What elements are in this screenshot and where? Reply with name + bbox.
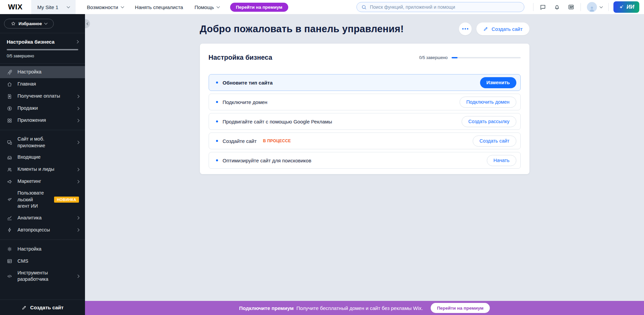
nav-hire-professional[interactable]: Нанять специалиста xyxy=(135,4,183,10)
chevron-right-icon xyxy=(76,119,80,122)
chevron-down-icon xyxy=(44,21,47,25)
people-icon xyxy=(7,167,12,172)
chevron-right-icon xyxy=(76,168,80,171)
more-actions-button[interactable] xyxy=(459,22,472,35)
bullet-icon xyxy=(216,101,218,103)
nav-features-label: Возможности xyxy=(87,4,118,10)
create-site-button[interactable]: Создать сайт xyxy=(476,22,529,35)
bullet-icon xyxy=(216,120,218,122)
sidebar-item-settings[interactable]: Настройка xyxy=(0,243,85,255)
task-create-site-button[interactable]: Создать сайт xyxy=(473,136,516,147)
sidebar-item-cms[interactable]: CMS xyxy=(0,255,85,267)
card-title: Настройка бизнеса xyxy=(209,54,272,61)
nav-features[interactable]: Возможности xyxy=(87,4,124,10)
apps-grid-icon xyxy=(7,118,12,123)
business-setup-card: Настройка бизнеса 0/5 завершено Обновите… xyxy=(200,44,529,174)
chevron-right-icon xyxy=(76,228,80,232)
more-actions-icon xyxy=(462,28,464,30)
divider xyxy=(533,3,533,11)
task-create-campaign-button[interactable]: Создать рассылку xyxy=(462,116,516,127)
site-switcher[interactable]: My Site 1 xyxy=(31,0,76,14)
site-switcher-label: My Site 1 xyxy=(37,4,58,10)
sidebar-item-contacts-leads[interactable]: Клиенты и лиды xyxy=(0,163,85,175)
search-box[interactable] xyxy=(356,2,524,12)
ai-assistant-button[interactable]: ИИ xyxy=(613,1,639,13)
dollar-circle-icon xyxy=(7,106,12,111)
chevron-right-icon xyxy=(76,141,80,144)
chevron-right-icon xyxy=(76,274,80,278)
nav-help-label: Помощь xyxy=(195,4,214,10)
wix-logo[interactable]: WIX xyxy=(8,3,23,11)
line-chart-icon xyxy=(7,215,12,221)
sidebar-create-site-button[interactable]: Создать сайт xyxy=(0,300,85,315)
sidebar-item-inbox[interactable]: Входящие xyxy=(0,151,85,163)
chat-button[interactable] xyxy=(538,2,548,12)
code-icon xyxy=(7,273,12,279)
chevron-right-icon xyxy=(76,216,80,220)
megaphone-icon xyxy=(7,179,12,185)
task-row-connect-domain[interactable]: Подключите домен Подключить домен xyxy=(209,94,521,110)
page-title: Добро пожаловать в панель управления! xyxy=(200,23,404,35)
task-edit-button[interactable]: Изменить xyxy=(480,77,516,88)
progress-fill xyxy=(452,57,458,58)
sidebar-item-payments[interactable]: Получение оплаты xyxy=(0,90,85,102)
chat-icon xyxy=(540,4,546,10)
avatar xyxy=(587,2,597,12)
setup-progress-panel[interactable]: Настройка бизнеса 0/5 завершено xyxy=(0,33,85,63)
task-row-create-site[interactable]: Создайте сайт В ПРОЦЕССЕ Создать сайт xyxy=(209,133,521,149)
progress-bar xyxy=(452,57,521,58)
chevron-right-icon xyxy=(76,95,80,98)
banner-premium-button[interactable]: Перейти на премиум xyxy=(431,303,490,313)
sidebar-item-sales[interactable]: Продажи xyxy=(0,102,85,114)
progress-label: 0/5 завершено xyxy=(7,54,78,58)
sparkle-icon xyxy=(7,197,12,203)
chevron-right-icon xyxy=(76,40,79,44)
chevron-down-icon xyxy=(67,5,70,8)
ai-button-label: ИИ xyxy=(627,4,634,10)
bullet-icon xyxy=(216,82,218,84)
site-mobile-icon xyxy=(7,140,12,145)
bullet-icon xyxy=(216,159,218,161)
divider xyxy=(0,130,85,130)
task-row-seo[interactable]: Оптимизируйте сайт для поисковиков Начат… xyxy=(209,152,521,169)
chevron-right-icon xyxy=(76,180,80,183)
person-icon xyxy=(588,5,596,12)
lightning-icon xyxy=(7,227,12,233)
task-row-promote-site[interactable]: Продвигайте сайт с помощью Google Реклам… xyxy=(209,113,521,130)
task-start-button[interactable]: Начать xyxy=(487,155,516,166)
premium-banner: Подключите премиум Получите бесплатный д… xyxy=(85,301,644,315)
chevron-down-icon xyxy=(121,5,124,8)
updates-feed-button[interactable] xyxy=(566,2,576,12)
task-row-update-site-type[interactable]: Обновите тип сайта Изменить xyxy=(209,74,521,91)
sidebar-item-automations[interactable]: Автопроцессы xyxy=(0,224,85,236)
setup-title: Настройка бизнеса xyxy=(7,39,54,45)
task-connect-domain-button[interactable]: Подключить домен xyxy=(460,97,516,108)
nav-help[interactable]: Помощь xyxy=(195,4,219,10)
upgrade-premium-button[interactable]: Перейти на премиум xyxy=(230,3,288,12)
account-menu[interactable] xyxy=(587,2,602,12)
sidebar-menu: Настройка Главная Получение оплаты Прода… xyxy=(0,64,85,300)
news-feed-icon xyxy=(568,4,574,10)
sidebar-item-marketing[interactable]: Маркетинг xyxy=(0,175,85,188)
sidebar-item-site-mobile-app[interactable]: Сайт и моб. приложение xyxy=(0,134,85,151)
search-icon xyxy=(361,4,367,10)
topbar: WIX My Site 1 Возможности Нанять специал… xyxy=(0,0,644,14)
sidebar-item-home[interactable]: Главная xyxy=(0,78,85,90)
notifications-button[interactable] xyxy=(552,2,562,12)
card-progress: 0/5 завершено xyxy=(419,55,521,60)
inbox-icon xyxy=(7,155,12,160)
search-input[interactable] xyxy=(370,4,520,10)
sidebar-item-ai-agent[interactable]: Пользовательский агент ИИ НОВИНКА xyxy=(0,188,85,212)
favorites-button[interactable]: Избранное xyxy=(4,19,54,29)
chevron-left-icon xyxy=(86,22,89,25)
gear-icon xyxy=(7,246,12,252)
sidebar-item-dev-tools[interactable]: Инструменты разработчика xyxy=(0,267,85,285)
chevron-down-icon xyxy=(600,5,603,8)
divider xyxy=(0,240,85,240)
new-badge: НОВИНКА xyxy=(54,197,79,203)
card-progress-label: 0/5 завершено xyxy=(419,55,448,60)
sidebar-item-analytics[interactable]: Аналитика xyxy=(0,212,85,224)
sidebar-item-setup[interactable]: Настройка xyxy=(0,66,85,78)
sidebar-item-apps[interactable]: Приложения xyxy=(0,114,85,126)
chevron-down-icon xyxy=(216,5,220,8)
